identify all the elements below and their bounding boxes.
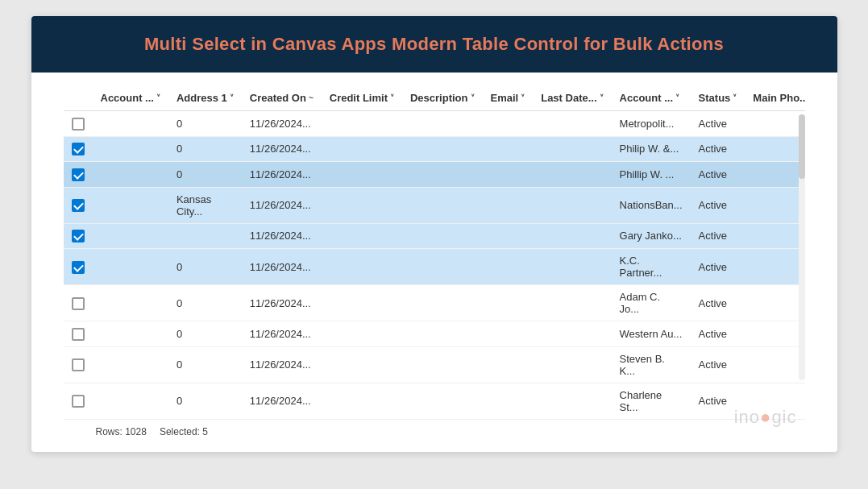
checkbox-cell[interactable]	[64, 346, 93, 383]
table-section: Account ... ˅ Address 1 ˅	[31, 73, 837, 452]
cell-credit-limit	[322, 249, 402, 285]
checkbox-cell[interactable]	[64, 162, 93, 188]
col-account-type[interactable]: Account ... ˅	[612, 85, 691, 111]
checkbox-cell[interactable]	[64, 111, 93, 137]
col-created-on-sort-icon: ~	[309, 93, 314, 102]
checkbox-cell[interactable]	[64, 223, 93, 249]
col-status-sort-icon: ˅	[733, 93, 737, 102]
rows-count: Rows: 1028	[96, 426, 147, 437]
col-email-label: Email	[491, 92, 519, 104]
scrollbar-track[interactable]	[799, 114, 805, 380]
table-row[interactable]: 011/26/2024...Charlene St...Active	[64, 383, 805, 419]
cell-status: Active	[691, 321, 745, 347]
table-row[interactable]: 011/26/2024...Western Au...Active	[64, 321, 805, 347]
checkbox-cell[interactable]	[64, 383, 93, 419]
cell-status: Active	[691, 285, 745, 321]
col-last-date-label: Last Date...	[541, 92, 596, 104]
col-credit-limit[interactable]: Credit Limit ˅	[322, 85, 402, 111]
cell-email	[483, 136, 534, 162]
cell-credit-limit	[322, 223, 402, 249]
checkbox-cell[interactable]	[64, 249, 93, 285]
cell-status: Active	[691, 187, 745, 223]
cell-last-date	[533, 136, 611, 162]
row-checkbox[interactable]	[72, 328, 85, 341]
cell-credit-limit	[322, 321, 402, 347]
table-row[interactable]: 11/26/2024...Gary Janko...Active	[64, 223, 805, 249]
cell-status: Active	[691, 346, 745, 383]
row-checkbox[interactable]	[72, 297, 85, 310]
checkbox-cell[interactable]	[64, 136, 93, 162]
cell-main-phone	[745, 223, 804, 249]
table-row[interactable]: 011/26/2024...Phillip W. ...Active	[64, 162, 805, 188]
table-wrapper: Account ... ˅ Address 1 ˅	[64, 85, 805, 420]
footer-bar: Rows: 1028 Selected: 5	[64, 420, 805, 444]
cell-description	[402, 136, 483, 162]
row-checkbox[interactable]	[72, 143, 85, 155]
cell-account-type: Adam C. Jo...	[612, 285, 691, 321]
cell-status: Active	[691, 162, 745, 188]
col-account-name[interactable]: Account ... ˅	[93, 85, 168, 111]
col-account-type-label: Account ...	[620, 92, 673, 104]
table-row[interactable]: 011/26/2024...Philip W. &...Active	[64, 136, 805, 162]
row-checkbox[interactable]	[72, 199, 85, 212]
row-checkbox[interactable]	[72, 230, 85, 242]
cell-created-on: 11/26/2024...	[242, 285, 322, 321]
select-all-col	[64, 85, 93, 111]
cell-email	[483, 111, 534, 137]
checkbox-cell[interactable]	[64, 321, 93, 347]
cell-address1	[168, 223, 242, 249]
col-address1[interactable]: Address 1 ˅	[168, 85, 242, 111]
cell-status: Active	[691, 249, 745, 285]
row-checkbox[interactable]	[72, 168, 85, 181]
cell-main-phone	[745, 187, 804, 223]
cell-last-date	[533, 383, 611, 419]
row-checkbox[interactable]	[72, 261, 85, 274]
cell-main-phone	[745, 346, 804, 383]
table-body: 011/26/2024...Metropolit...Active011/26/…	[64, 111, 805, 420]
cell-email	[483, 249, 534, 285]
cell-main-phone	[745, 285, 804, 321]
col-status-label: Status	[699, 92, 731, 104]
cell-account-type: Gary Janko...	[612, 223, 691, 249]
table-row[interactable]: 011/26/2024...K.C. Partner...Active	[64, 249, 805, 285]
cell-account-name	[93, 249, 168, 285]
cell-last-date	[533, 223, 611, 249]
col-created-on[interactable]: Created On ~	[242, 85, 322, 111]
scrollbar-thumb[interactable]	[799, 114, 805, 179]
row-checkbox[interactable]	[72, 118, 85, 131]
cell-address1: 0	[168, 285, 242, 321]
cell-email	[483, 187, 534, 223]
cell-email	[483, 223, 534, 249]
cell-created-on: 11/26/2024...	[242, 187, 322, 223]
cell-created-on: 11/26/2024...	[242, 111, 322, 137]
cell-credit-limit	[322, 111, 402, 137]
col-description[interactable]: Description ˅	[402, 85, 483, 111]
cell-address1: 0	[168, 136, 242, 162]
table-row[interactable]: Kansas City...11/26/2024...NationsBan...…	[64, 187, 805, 223]
cell-main-phone	[745, 111, 804, 137]
col-description-label: Description	[410, 92, 468, 104]
cell-account-name	[93, 285, 168, 321]
table-row[interactable]: 011/26/2024...Adam C. Jo...Active	[64, 285, 805, 321]
table-row[interactable]: 011/26/2024...Steven B. K...Active	[64, 346, 805, 383]
cell-description	[402, 346, 483, 383]
checkbox-cell[interactable]	[64, 285, 93, 321]
col-main-phone[interactable]: Main Pho... ˅	[745, 85, 804, 111]
cell-credit-limit	[322, 346, 402, 383]
cell-description	[402, 285, 483, 321]
col-email[interactable]: Email ˅	[483, 85, 534, 111]
cell-description	[402, 223, 483, 249]
table-row[interactable]: 011/26/2024...Metropolit...Active	[64, 111, 805, 137]
row-checkbox[interactable]	[72, 358, 85, 371]
checkbox-cell[interactable]	[64, 187, 93, 223]
cell-main-phone	[745, 162, 804, 188]
col-last-date[interactable]: Last Date... ˅	[533, 85, 611, 111]
page-title: Multi Select in Canvas Apps Modern Table…	[48, 34, 821, 55]
cell-email	[483, 162, 534, 188]
header-banner: Multi Select in Canvas Apps Modern Table…	[31, 16, 837, 73]
row-checkbox[interactable]	[72, 395, 85, 408]
cell-account-type: Metropolit...	[612, 111, 691, 137]
col-status[interactable]: Status ˅	[691, 85, 745, 111]
cell-account-name	[93, 223, 168, 249]
cell-account-name	[93, 346, 168, 383]
